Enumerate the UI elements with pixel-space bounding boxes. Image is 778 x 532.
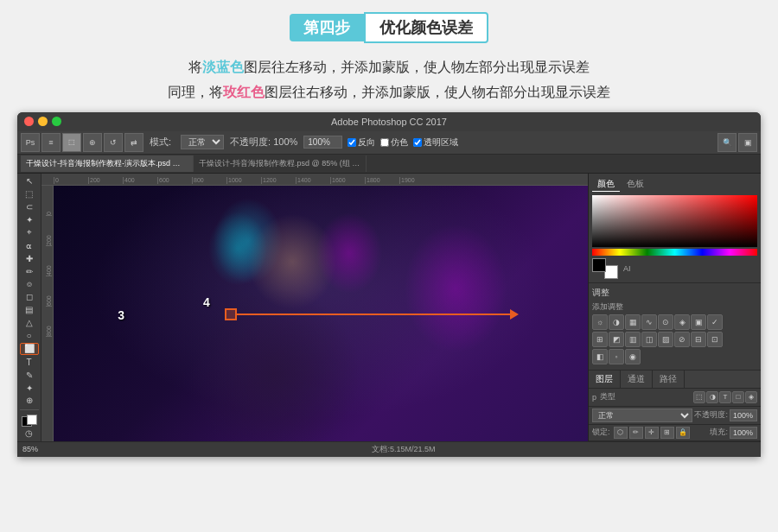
lock-position[interactable]: ✛ (645, 427, 659, 439)
tool-select[interactable]: ⬚ (20, 188, 39, 200)
tool-type[interactable]: T (20, 356, 39, 368)
color-picker-panel: 颜色 色板 AI (589, 174, 761, 283)
adj-exposure[interactable]: ⊙ (658, 314, 673, 330)
fg-bg-swatches[interactable] (592, 258, 618, 279)
adj-ph[interactable]: ◩ (609, 332, 624, 347)
file-info: 文档:5.15M/21.5M (52, 444, 756, 455)
tool-blur[interactable]: △ (20, 317, 39, 329)
background-swatch[interactable] (604, 265, 618, 279)
adj-curves[interactable]: ∿ (641, 314, 657, 330)
tab-active[interactable]: 干燥设计-抖音海报制作教程-演示版本.psd @ 85% (图层 2, 图层蒙版… (21, 155, 194, 172)
lock-artboard[interactable]: ⊞ (660, 427, 674, 439)
tool-clone[interactable]: ⌾ (20, 278, 39, 290)
swatches-tab[interactable]: 色板 (622, 177, 649, 192)
highlight-blue-text: 淡蓝色 (202, 60, 244, 74)
panel-toggle[interactable]: ▣ (738, 133, 757, 152)
layers-panel: 图层 通道 路径 p 类型 ⬚ ◑ T □ ◈ (589, 370, 761, 441)
adj-cm[interactable]: ▥ (625, 332, 641, 347)
tool-path[interactable]: ⬜ (20, 343, 39, 356)
lock-all[interactable]: 🔒 (676, 427, 690, 439)
adj-sr[interactable]: ◦ (609, 349, 624, 364)
tool-lasso[interactable]: ⊂ (20, 200, 39, 212)
lock-label: 锁定: (592, 427, 610, 438)
color-spectrum[interactable] (592, 249, 757, 256)
right-panel: 颜色 色板 AI (588, 174, 761, 441)
canvas-label-4: 4 (203, 295, 210, 309)
adj-contrast[interactable]: ◑ (609, 314, 624, 330)
tool-options[interactable]: ⬚ (62, 133, 81, 152)
transparency-checkbox[interactable]: 透明区域 (413, 136, 458, 149)
fg-bg-colors[interactable] (20, 415, 39, 427)
arrow-right (225, 308, 519, 320)
tool-heal[interactable]: ✚ (20, 252, 39, 264)
reverse-checkbox[interactable]: 反向 (348, 136, 375, 149)
adj-hsl[interactable]: ▣ (691, 314, 706, 330)
lock-pixels[interactable]: ✏ (629, 427, 643, 439)
opacity-input[interactable] (303, 136, 342, 149)
canvas[interactable]: 3 4 (54, 186, 588, 441)
tool-zoom[interactable]: ⊕ (20, 395, 39, 407)
ruler-vertical: 0 200 400 600 800 (41, 186, 54, 441)
tool-path2[interactable]: ✎ (20, 369, 39, 381)
mode-label: 模式: (145, 134, 175, 150)
channels-tab[interactable]: 通道 (621, 370, 653, 388)
tool-separator (20, 409, 39, 412)
color-gradient[interactable] (592, 195, 757, 247)
adj-bl[interactable]: ⊞ (592, 332, 608, 347)
menu-toggle[interactable]: ≡ (41, 133, 61, 152)
dither-checkbox[interactable]: 仿色 (380, 136, 408, 149)
adj-cb[interactable]: ✓ (707, 314, 723, 330)
tool-shape[interactable]: ✦ (20, 382, 39, 394)
type-filter-icon: p (592, 393, 596, 402)
adj-inv[interactable]: ⊘ (674, 332, 690, 347)
filter-smart[interactable]: ◈ (745, 391, 757, 403)
adj-gr[interactable]: ▨ (658, 332, 673, 347)
tool-gradient[interactable]: ▤ (20, 304, 39, 316)
layer-opacity-input[interactable] (730, 409, 757, 421)
minimize-button[interactable] (38, 117, 48, 126)
paths-tab[interactable]: 路径 (653, 370, 685, 388)
adj-vib[interactable]: ◈ (674, 314, 690, 330)
tool-magic[interactable]: ✦ (20, 213, 39, 225)
adj-grd[interactable]: ◧ (592, 349, 608, 364)
blend-mode-select[interactable]: 正常 (181, 135, 224, 149)
tool-crop[interactable]: ⌖ (20, 226, 39, 238)
tab-secondary[interactable]: 干燥设计-抖音海报制作教程.psd @ 85% (组 1 拷贝 3, RGB/8… (194, 155, 367, 172)
lock-transparency[interactable]: ⬡ (614, 427, 628, 439)
adjustments-panel: 调整 添加调整 ☼ ◑ ▦ ∿ ⊙ ◈ ▣ ✓ ⊞ ◩ ▥ ◫ ▨ (589, 283, 761, 370)
window-title: Adobe Photoshop CC 2017 (24, 117, 754, 127)
step-header: 第四步 优化颜色误差 (0, 0, 778, 52)
layer-blend-select[interactable]: 正常 (592, 408, 692, 422)
tool-eraser[interactable]: ◻ (20, 291, 39, 303)
canvas-label-3: 3 (118, 308, 124, 322)
tool-dodge[interactable]: ○ (20, 330, 39, 342)
filter-shape[interactable]: □ (732, 391, 744, 403)
flip-btn[interactable]: ⇄ (124, 133, 143, 152)
foreground-swatch[interactable] (592, 258, 606, 272)
adj-thr[interactable]: ⊡ (707, 332, 723, 347)
color-tab[interactable]: 颜色 (592, 177, 620, 192)
close-button[interactable] (24, 117, 34, 126)
adj-pos[interactable]: ⊟ (691, 332, 706, 347)
quick-mask[interactable]: ◷ (20, 428, 39, 440)
filter-adj[interactable]: ◑ (706, 391, 718, 403)
rotate-btn[interactable]: ↺ (104, 133, 123, 152)
filter-type[interactable]: T (719, 391, 731, 403)
desc-line2: 同理，将玫红色图层往右移动，并添加蒙版，使人物右部分出现显示误差 (0, 80, 778, 105)
layers-tabs: 图层 通道 路径 (589, 370, 761, 389)
filter-px[interactable]: ⬚ (693, 391, 705, 403)
adj-clr[interactable]: ◉ (625, 349, 641, 364)
layers-tab[interactable]: 图层 (589, 370, 621, 388)
zoom-tool-btn[interactable]: ⊕ (83, 133, 102, 152)
adj-brightness[interactable]: ☼ (592, 314, 608, 330)
description-block: 将淡蓝色图层往左移动，并添加蒙版，使人物左部分出现显示误差 同理，将玫红色图层往… (0, 52, 778, 112)
adj-sel[interactable]: ◫ (641, 332, 657, 347)
tool-eyedropper[interactable]: ⍺ (20, 239, 39, 251)
search-icon[interactable]: 🔍 (717, 133, 737, 152)
fill-input[interactable] (730, 427, 757, 439)
tool-move[interactable]: ↖ (20, 175, 39, 187)
maximize-button[interactable] (52, 117, 61, 126)
tool-brush[interactable]: ✏ (20, 265, 39, 277)
adj-levels[interactable]: ▦ (625, 314, 641, 330)
arrow-head (510, 309, 519, 320)
